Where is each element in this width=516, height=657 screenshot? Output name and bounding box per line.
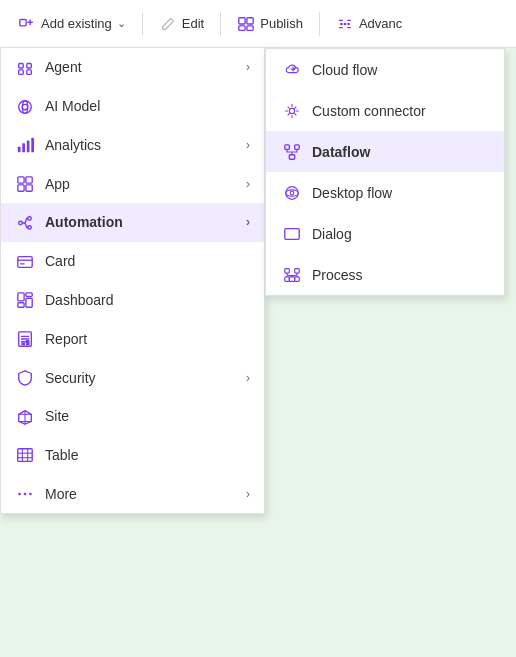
svg-rect-60 (289, 277, 294, 282)
edit-icon (159, 14, 177, 33)
svg-rect-26 (18, 256, 32, 267)
card-label: Card (45, 253, 250, 269)
svg-point-48 (18, 493, 21, 496)
svg-rect-11 (27, 70, 32, 75)
svg-rect-2 (247, 18, 253, 24)
submenu-item-dialog[interactable]: Dialog (266, 213, 504, 254)
svg-rect-19 (18, 177, 24, 183)
svg-rect-37 (21, 343, 25, 346)
menu-item-agent[interactable]: Agent › (1, 48, 264, 87)
submenu-item-dataflow[interactable]: Dataflow (266, 131, 504, 172)
advanced-button[interactable]: Advanc (326, 8, 412, 39)
svg-point-50 (29, 493, 32, 496)
svg-rect-18 (31, 138, 34, 152)
svg-point-49 (24, 493, 27, 496)
svg-rect-15 (18, 147, 21, 152)
dialog-icon (282, 224, 302, 243)
svg-point-12 (22, 104, 27, 109)
dataflow-icon (282, 142, 302, 161)
site-label: Site (45, 408, 250, 424)
svg-rect-8 (19, 63, 24, 68)
cloud-flow-label: Cloud flow (312, 62, 488, 78)
svg-rect-62 (295, 277, 300, 282)
svg-rect-3 (239, 26, 245, 31)
dataflow-label: Dataflow (312, 144, 488, 160)
submenu-item-custom-connector[interactable]: Custom connector (266, 90, 504, 131)
svg-rect-32 (26, 299, 32, 308)
svg-point-5 (340, 23, 343, 26)
publish-label: Publish (260, 16, 303, 31)
more-icon (15, 484, 35, 503)
svg-point-14 (22, 100, 27, 113)
publish-button[interactable]: Publish (227, 8, 313, 39)
add-existing-button[interactable]: Add existing ⌄ (8, 8, 136, 39)
site-icon (15, 407, 35, 426)
custom-connector-label: Custom connector (312, 103, 488, 119)
svg-rect-20 (26, 177, 32, 183)
edit-button[interactable]: Edit (149, 8, 214, 39)
automation-label: Automation (45, 214, 236, 230)
menu-item-dashboard[interactable]: Dashboard (1, 281, 264, 320)
dashboard-icon (15, 291, 35, 310)
menu-item-security[interactable]: Security › (1, 358, 264, 397)
menu-item-table[interactable]: Table (1, 436, 264, 475)
toolbar: Add existing ⌄ Edit Publish (0, 0, 516, 48)
desktop-flow-icon (282, 183, 302, 202)
process-label: Process (312, 267, 488, 283)
svg-rect-4 (247, 26, 253, 31)
publish-icon (237, 14, 255, 33)
svg-point-13 (19, 100, 32, 113)
report-icon (15, 329, 35, 348)
separator-1 (142, 12, 143, 36)
card-icon (15, 252, 35, 271)
app-chevron: › (246, 177, 250, 191)
app-icon (15, 174, 35, 193)
add-existing-chevron: ⌄ (117, 17, 126, 30)
menu-item-card[interactable]: Card (1, 242, 264, 281)
svg-rect-22 (26, 185, 32, 191)
menu-item-app[interactable]: App › (1, 164, 264, 203)
svg-point-55 (286, 187, 299, 200)
agent-chevron: › (246, 60, 250, 74)
dashboard-label: Dashboard (45, 292, 250, 308)
app-label: App (45, 176, 236, 192)
separator-3 (319, 12, 320, 36)
svg-rect-52 (285, 145, 290, 150)
svg-rect-53 (295, 145, 300, 150)
submenu-item-cloud-flow[interactable]: Cloud flow (266, 49, 504, 90)
menu-item-report[interactable]: Report (1, 319, 264, 358)
svg-point-51 (289, 108, 294, 113)
analytics-icon (15, 136, 35, 155)
ai-model-label: AI Model (45, 98, 250, 114)
security-chevron: › (246, 371, 250, 385)
svg-rect-59 (295, 269, 300, 274)
automation-chevron: › (246, 215, 250, 229)
advanced-icon (336, 14, 354, 33)
svg-rect-58 (285, 269, 290, 274)
menu-item-analytics[interactable]: Analytics › (1, 126, 264, 165)
menu-item-site[interactable]: Site (1, 397, 264, 436)
svg-rect-30 (26, 293, 32, 297)
svg-rect-9 (19, 70, 24, 75)
svg-rect-31 (18, 303, 24, 308)
svg-point-7 (347, 23, 350, 26)
advanced-label: Advanc (359, 16, 402, 31)
svg-rect-16 (22, 143, 25, 152)
submenu-item-process[interactable]: Process (266, 254, 504, 295)
report-label: Report (45, 331, 250, 347)
svg-rect-43 (18, 449, 32, 462)
svg-rect-1 (239, 18, 245, 24)
table-label: Table (45, 447, 250, 463)
menu-item-more[interactable]: More › (1, 474, 264, 513)
svg-point-6 (344, 23, 347, 26)
menu-item-ai-model[interactable]: AI Model (1, 87, 264, 126)
security-label: Security (45, 370, 236, 386)
svg-rect-61 (285, 277, 290, 282)
automation-submenu: Cloud flow Custom connector Dataflow (265, 48, 505, 296)
menu-item-automation[interactable]: Automation › (1, 203, 264, 242)
custom-connector-icon (282, 101, 302, 120)
svg-rect-57 (285, 229, 299, 240)
submenu-item-desktop-flow[interactable]: Desktop flow (266, 172, 504, 213)
analytics-chevron: › (246, 138, 250, 152)
primary-dropdown-menu: Agent › AI Model Analytics › (0, 48, 265, 514)
